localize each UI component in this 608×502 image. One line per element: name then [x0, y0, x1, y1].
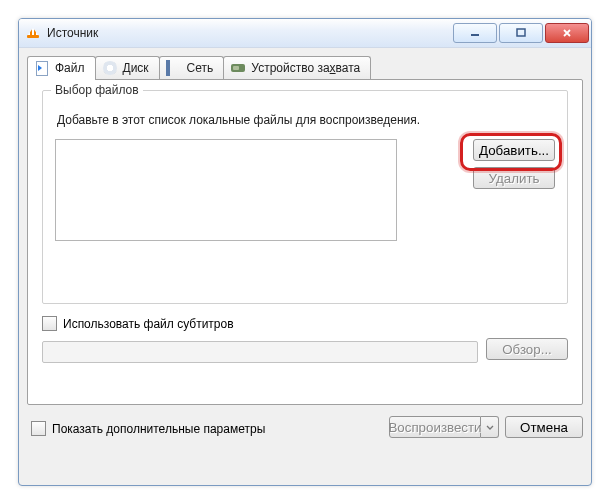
checkbox-icon	[42, 316, 57, 331]
add-button[interactable]: Добавить...	[473, 139, 555, 161]
checkbox-icon	[31, 421, 46, 436]
tab-capture[interactable]: Устройство захвата	[223, 56, 371, 79]
titlebar[interactable]: Источник	[19, 19, 591, 48]
tab-panel-file: Выбор файлов Добавьте в этот список лока…	[27, 79, 583, 405]
network-icon	[166, 60, 182, 76]
tab-file[interactable]: Файл	[27, 56, 96, 80]
file-list[interactable]	[55, 139, 397, 241]
remove-button: Удалить	[473, 167, 555, 189]
dialog-window: Источник Файл Диск Сеть	[18, 18, 592, 486]
browse-button: Обзор...	[486, 338, 568, 360]
window-title: Источник	[47, 26, 451, 40]
tab-label: Диск	[123, 61, 149, 75]
tab-label: Сеть	[187, 61, 214, 75]
maximize-button[interactable]	[499, 23, 543, 43]
tabstrip: Файл Диск Сеть Устройство захвата	[27, 55, 583, 79]
play-dropdown-caret[interactable]	[481, 416, 499, 438]
svg-rect-1	[517, 29, 525, 36]
tab-label: Файл	[55, 61, 85, 75]
close-button[interactable]	[545, 23, 589, 43]
hint-text: Добавьте в этот список локальные файлы д…	[57, 113, 555, 127]
checkbox-label: Использовать файл субтитров	[63, 317, 234, 331]
cancel-button[interactable]: Отмена	[505, 416, 583, 438]
group-file-selection: Выбор файлов Добавьте в этот список лока…	[42, 90, 568, 304]
vlc-cone-icon	[25, 25, 41, 41]
group-title: Выбор файлов	[51, 83, 143, 97]
play-split-button[interactable]: Воспроизвести	[389, 416, 499, 444]
play-button[interactable]: Воспроизвести	[389, 416, 481, 438]
use-subtitles-checkbox[interactable]: Использовать файл субтитров	[42, 316, 568, 331]
capture-device-icon	[230, 60, 246, 76]
checkbox-label: Показать дополнительные параметры	[52, 422, 265, 436]
file-icon	[34, 60, 50, 76]
tab-label: Устройство захвата	[251, 61, 360, 75]
tab-network[interactable]: Сеть	[159, 56, 225, 79]
disc-icon	[102, 60, 118, 76]
subtitle-path-input	[42, 341, 478, 363]
minimize-button[interactable]	[453, 23, 497, 43]
tab-disc[interactable]: Диск	[95, 56, 160, 79]
